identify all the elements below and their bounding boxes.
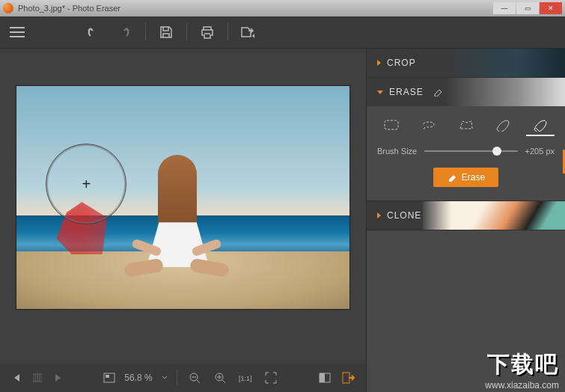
redo-button[interactable] bbox=[115, 22, 135, 42]
brush-size-value: +205 px bbox=[525, 147, 555, 156]
photo[interactable] bbox=[16, 86, 349, 309]
panel-clone-label: CLONE bbox=[387, 210, 421, 221]
tool-rectangle-select[interactable] bbox=[377, 115, 406, 136]
panel-crop-header[interactable]: CROP bbox=[367, 49, 565, 77]
filmstrip-icon bbox=[33, 373, 42, 383]
panel-erase-label: ERASE bbox=[389, 87, 424, 97]
fullscreen-icon bbox=[265, 372, 277, 384]
svg-rect-9 bbox=[385, 120, 398, 129]
window-title: Photo_3.jpg* - Photo Eraser bbox=[18, 4, 120, 13]
erase-button[interactable]: Erase bbox=[433, 168, 498, 187]
hamburger-icon bbox=[9, 26, 25, 38]
chevron-down-icon bbox=[377, 91, 383, 94]
canvas-viewport[interactable] bbox=[0, 49, 366, 364]
svg-text:[1:1]: [1:1] bbox=[239, 375, 252, 382]
tool-brush-select[interactable] bbox=[489, 115, 517, 136]
lasso-icon bbox=[421, 118, 437, 132]
brush-size-label: Brush Size bbox=[377, 147, 417, 156]
eraser-brush-icon bbox=[532, 118, 549, 132]
polygon-dashed-icon bbox=[458, 118, 474, 132]
svg-rect-8 bbox=[343, 373, 349, 383]
panel-erase-body: Brush Size +205 px Erase bbox=[367, 106, 565, 200]
fit-screen-icon bbox=[103, 373, 115, 383]
brush-size-slider[interactable] bbox=[424, 150, 517, 152]
fullscreen-button[interactable] bbox=[263, 370, 279, 386]
panel-erase-header[interactable]: ERASE bbox=[367, 78, 565, 106]
toolbar-divider bbox=[186, 23, 187, 41]
zoom-out-icon bbox=[189, 372, 201, 384]
window-maximize-button[interactable]: ▭ bbox=[516, 2, 539, 14]
brush-icon bbox=[495, 118, 511, 132]
status-bar: 56.8 % [1:1] bbox=[0, 364, 366, 392]
photo-subject bbox=[124, 147, 229, 282]
prev-image-button[interactable] bbox=[9, 370, 25, 386]
undo-button[interactable] bbox=[85, 22, 105, 42]
export-icon bbox=[240, 26, 257, 38]
zoom-in-button[interactable] bbox=[212, 370, 228, 386]
chevron-down-icon[interactable] bbox=[162, 376, 168, 380]
rectangle-dashed-icon bbox=[383, 119, 400, 131]
save-button[interactable] bbox=[156, 22, 176, 42]
export-result-button[interactable] bbox=[340, 370, 357, 386]
toolbar-divider bbox=[145, 23, 146, 41]
zoom-out-button[interactable] bbox=[186, 370, 203, 386]
undo-icon bbox=[88, 26, 103, 38]
tool-polygon-select[interactable] bbox=[452, 115, 480, 136]
app-icon bbox=[3, 3, 13, 13]
actual-size-button[interactable]: [1:1] bbox=[237, 370, 254, 386]
panel-crop-thumb bbox=[445, 49, 565, 77]
export-button[interactable] bbox=[239, 22, 258, 42]
tool-lasso-select[interactable] bbox=[415, 115, 443, 136]
panel-crop-label: CROP bbox=[387, 58, 416, 68]
triangle-right-icon bbox=[52, 373, 63, 383]
titlebar: Photo_3.jpg* - Photo Eraser — ▭ ✕ bbox=[0, 0, 565, 16]
print-icon bbox=[200, 25, 215, 39]
compare-button[interactable] bbox=[317, 370, 333, 386]
panel-clone-header[interactable]: CLONE bbox=[367, 201, 565, 230]
menu-button[interactable] bbox=[7, 22, 27, 42]
panel-clone-thumb bbox=[423, 201, 565, 230]
export-arrow-icon bbox=[342, 372, 355, 384]
svg-rect-2 bbox=[106, 375, 109, 378]
eraser-icon bbox=[447, 173, 457, 182]
chevron-right-icon bbox=[377, 60, 381, 66]
main-toolbar bbox=[0, 16, 565, 49]
triangle-left-icon bbox=[12, 373, 22, 383]
tool-eraser-brush[interactable] bbox=[526, 115, 555, 136]
svg-rect-7 bbox=[320, 373, 325, 382]
window-minimize-button[interactable]: — bbox=[493, 2, 516, 14]
canvas-area[interactable]: 56.8 % [1:1] bbox=[0, 49, 366, 392]
print-button[interactable] bbox=[198, 22, 217, 42]
toolbar-divider bbox=[227, 23, 228, 41]
zoom-value: 56.8 % bbox=[124, 373, 152, 383]
right-panel: CROP ERASE bbox=[366, 49, 565, 392]
next-image-button[interactable] bbox=[49, 370, 66, 386]
eraser-icon bbox=[433, 88, 443, 97]
zoom-in-icon bbox=[214, 372, 226, 384]
window-close-button[interactable]: ✕ bbox=[540, 2, 562, 14]
slider-thumb[interactable] bbox=[492, 147, 501, 156]
panel-erase-thumb bbox=[445, 78, 565, 106]
erase-button-label: Erase bbox=[462, 172, 485, 183]
save-icon bbox=[159, 25, 173, 39]
one-to-one-icon: [1:1] bbox=[239, 373, 252, 383]
compare-icon bbox=[319, 373, 331, 383]
chevron-right-icon bbox=[377, 212, 381, 218]
redo-icon bbox=[117, 26, 132, 38]
